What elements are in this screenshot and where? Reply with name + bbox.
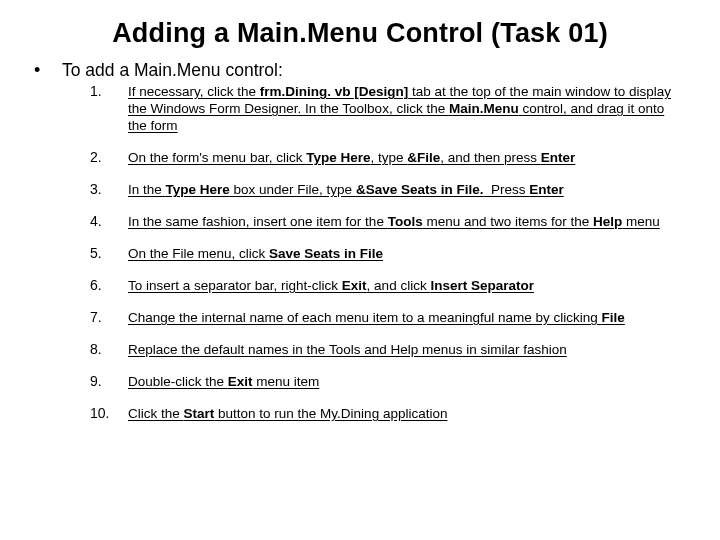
list-item: 1. If necessary, click the frm.Dining. v… <box>90 83 674 134</box>
step-text: If necessary, click the frm.Dining. vb [… <box>128 83 674 134</box>
step-text: On the form's menu bar, click Type Here,… <box>128 149 674 166</box>
step-number: 7. <box>90 309 128 326</box>
list-item: 2. On the form's menu bar, click Type He… <box>90 149 674 166</box>
list-item: 5. On the File menu, click Save Seats in… <box>90 245 674 262</box>
step-number: 1. <box>90 83 128 100</box>
list-item: 9. Double-click the Exit menu item <box>90 373 674 390</box>
list-item: 8. Replace the default names in the Tool… <box>90 341 674 358</box>
lead-text: To add a Main.Menu control: <box>62 59 283 81</box>
list-item: 6. To insert a separator bar, right-clic… <box>90 277 674 294</box>
step-number: 6. <box>90 277 128 294</box>
step-text: Replace the default names in the Tools a… <box>128 341 674 358</box>
bullet-icon: • <box>30 59 62 81</box>
step-number: 5. <box>90 245 128 262</box>
step-number: 10. <box>90 405 128 422</box>
slide: Adding a Main.Menu Control (Task 01) • T… <box>0 0 720 540</box>
step-number: 2. <box>90 149 128 166</box>
slide-title: Adding a Main.Menu Control (Task 01) <box>32 18 688 49</box>
step-number: 4. <box>90 213 128 230</box>
step-text: On the File menu, click Save Seats in Fi… <box>128 245 674 262</box>
list-item: 10. Click the Start button to run the My… <box>90 405 674 422</box>
step-text: Double-click the Exit menu item <box>128 373 674 390</box>
list-item: 3. In the Type Here box under File, type… <box>90 181 674 198</box>
list-item: 4. In the same fashion, insert one item … <box>90 213 674 230</box>
step-text: To insert a separator bar, right-click E… <box>128 277 674 294</box>
step-text: Change the internal name of each menu it… <box>128 309 674 326</box>
step-number: 9. <box>90 373 128 390</box>
step-text: In the Type Here box under File, type &S… <box>128 181 674 198</box>
steps-list: 1. If necessary, click the frm.Dining. v… <box>32 83 688 422</box>
step-number: 8. <box>90 341 128 358</box>
list-item: 7. Change the internal name of each menu… <box>90 309 674 326</box>
step-text: Click the Start button to run the My.Din… <box>128 405 674 422</box>
lead-row: • To add a Main.Menu control: <box>30 59 688 81</box>
step-text: In the same fashion, insert one item for… <box>128 213 674 230</box>
step-number: 3. <box>90 181 128 198</box>
